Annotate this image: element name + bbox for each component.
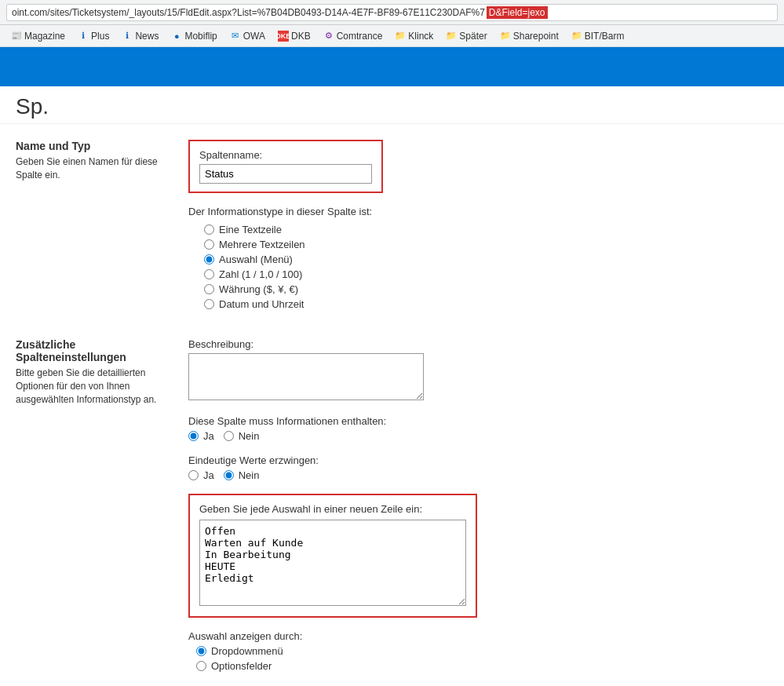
- bookmark-dkb[interactable]: DKB DKB: [273, 29, 315, 43]
- required-ja-radio[interactable]: [188, 431, 199, 441]
- bookmark-comtrance[interactable]: ⚙ Comtrance: [319, 29, 388, 43]
- choices-textarea[interactable]: Offen Warten auf Kunde In Bearbeitung HE…: [199, 520, 466, 606]
- radio-datum-label: Datum und Uhrzeit: [219, 298, 304, 310]
- unique-nein-label: Nein: [239, 469, 260, 481]
- info-type-label: Der Informationstype in dieser Spalte is…: [188, 206, 768, 217]
- radio-item-mehrere-textzeilen[interactable]: Mehrere Textzeilen: [204, 239, 768, 250]
- required-nein-radio[interactable]: [224, 431, 234, 441]
- section1-desc: Geben Sie einen Namen für diese Spalte e…: [16, 155, 173, 182]
- bookmark-owa[interactable]: ✉ OWA: [225, 29, 270, 43]
- required-group: Diese Spalte muss Informationen enthalte…: [188, 415, 768, 442]
- info-type-radio-group: Eine Textzeile Mehrere Textzeilen Auswah…: [188, 224, 768, 310]
- bookmark-news-icon: ℹ: [122, 31, 133, 42]
- bookmark-dkb-label: DKB: [291, 31, 311, 42]
- bookmark-comtrance-icon: ⚙: [323, 31, 334, 42]
- bookmark-sharepoint[interactable]: 📁 Sharepoint: [495, 29, 563, 43]
- bookmark-klinck-label: Klinck: [408, 31, 433, 42]
- bookmark-magazine-icon: 📰: [11, 31, 22, 42]
- column-name-box: Spaltenname:: [188, 140, 383, 193]
- radio-waehrung[interactable]: [204, 284, 214, 294]
- unique-group: Eindeutige Werte erzwingen: Ja Nein: [188, 454, 768, 481]
- radio-zahl[interactable]: [204, 269, 214, 279]
- bookmark-spaeter-label: Später: [459, 31, 487, 42]
- radio-item-eine-textzeile[interactable]: Eine Textzeile: [204, 224, 768, 235]
- section1-title: Name und Typ: [16, 140, 173, 152]
- right-panel: Spaltenname: Der Informationstype in die…: [188, 140, 768, 323]
- unique-nein-radio[interactable]: [224, 470, 234, 480]
- bookmark-owa-icon: ✉: [230, 31, 241, 42]
- unique-label: Eindeutige Werte erzwingen:: [188, 454, 768, 466]
- radio-auswahl-label: Auswahl (Menü): [219, 254, 293, 265]
- radio-auswahl[interactable]: [204, 254, 214, 265]
- section2-desc: Bitte geben Sie die detaillierten Option…: [16, 367, 173, 406]
- bookmark-news-label: News: [135, 31, 159, 42]
- bookmark-plus-icon: ℹ: [78, 31, 89, 42]
- bookmark-plus[interactable]: ℹ Plus: [73, 29, 114, 43]
- bookmark-bar: 📰 Magazine ℹ Plus ℹ News ● Mobiflip ✉ OW…: [0, 25, 784, 47]
- bookmark-bitbarm-label: BIT/Barm: [585, 31, 625, 42]
- bookmark-mobiflip[interactable]: ● Mobiflip: [166, 29, 221, 43]
- column-name-label: Spaltenname:: [199, 149, 372, 161]
- display-dropdown-radio[interactable]: [196, 646, 206, 656]
- radio-item-waehrung[interactable]: Währung ($, ¥, €): [204, 283, 768, 295]
- url-text: oint.com/sites/Ticketsystem/_layouts/15/…: [12, 7, 485, 18]
- required-label: Diese Spalte muss Informationen enthalte…: [188, 415, 768, 427]
- page-title: Sp.: [16, 94, 768, 119]
- display-dropdown[interactable]: Dropdownmenü: [196, 645, 768, 657]
- url-bar[interactable]: oint.com/sites/Ticketsystem/_layouts/15/…: [6, 4, 778, 21]
- page-header: [0, 47, 784, 86]
- bookmark-bitbarm[interactable]: 📁 BIT/Barm: [567, 29, 629, 43]
- unique-ja[interactable]: Ja: [188, 469, 214, 481]
- browser-bar: oint.com/sites/Ticketsystem/_layouts/15/…: [0, 0, 784, 25]
- unique-ja-label: Ja: [203, 469, 214, 481]
- bookmark-owa-label: OWA: [243, 31, 265, 42]
- radio-item-zahl[interactable]: Zahl (1 / 1,0 / 100): [204, 268, 768, 280]
- required-nein-label: Nein: [239, 430, 260, 442]
- bookmark-sharepoint-label: Sharepoint: [513, 31, 559, 42]
- section2-title: Zusätzliche Spalteneinstellungen: [16, 338, 173, 363]
- radio-item-auswahl[interactable]: Auswahl (Menü): [204, 254, 768, 265]
- bookmark-sharepoint-icon: 📁: [500, 31, 511, 42]
- bookmark-mobiflip-icon: ●: [171, 31, 182, 42]
- radio-zahl-label: Zahl (1 / 1,0 / 100): [219, 268, 302, 280]
- bookmark-comtrance-label: Comtrance: [337, 31, 383, 42]
- left-panel-section1: Name und Typ Geben Sie einen Namen für d…: [16, 140, 188, 323]
- display-options-label: Optionsfelder: [211, 660, 272, 672]
- bookmark-mobiflip-label: Mobiflip: [184, 31, 217, 42]
- bookmark-dkb-icon: DKB: [278, 31, 289, 42]
- required-radio-group: Ja Nein: [188, 430, 768, 442]
- display-label: Auswahl anzeigen durch:: [188, 630, 768, 642]
- display-dropdown-label: Dropdownmenü: [211, 645, 283, 657]
- bookmark-magazine[interactable]: 📰 Magazine: [6, 29, 70, 43]
- bookmark-bitbarm-icon: 📁: [571, 31, 582, 42]
- display-options-radio[interactable]: [196, 661, 206, 671]
- required-nein[interactable]: Nein: [224, 430, 260, 442]
- column-name-input[interactable]: [199, 164, 372, 184]
- section2-main: Zusätzliche Spalteneinstellungen Bitte g…: [0, 338, 784, 686]
- page-title-area: Sp.: [0, 86, 784, 124]
- bookmark-klinck-icon: 📁: [395, 31, 406, 42]
- unique-ja-radio[interactable]: [188, 470, 199, 480]
- radio-mehrere-textzeilen-label: Mehrere Textzeilen: [219, 239, 305, 250]
- description-group: Beschreibung:: [188, 338, 768, 403]
- radio-mehrere-textzeilen[interactable]: [204, 239, 214, 250]
- bookmark-spaeter[interactable]: 📁 Später: [441, 29, 491, 43]
- main-content: Name und Typ Geben Sie einen Namen für d…: [0, 124, 784, 338]
- bookmark-news[interactable]: ℹ News: [117, 29, 163, 43]
- unique-nein[interactable]: Nein: [224, 469, 260, 481]
- choices-label: Geben Sie jede Auswahl in einer neuen Ze…: [199, 503, 466, 515]
- display-options[interactable]: Optionsfelder: [196, 660, 768, 672]
- radio-waehrung-label: Währung ($, ¥, €): [219, 283, 298, 295]
- radio-item-datum[interactable]: Datum und Uhrzeit: [204, 298, 768, 310]
- required-ja[interactable]: Ja: [188, 430, 214, 442]
- radio-datum[interactable]: [204, 299, 214, 309]
- radio-eine-textzeile[interactable]: [204, 224, 214, 235]
- display-radio-group: Dropdownmenü Optionsfelder: [188, 645, 768, 672]
- radio-eine-textzeile-label: Eine Textzeile: [219, 224, 282, 235]
- description-textarea[interactable]: [188, 353, 424, 400]
- bookmark-plus-label: Plus: [91, 31, 109, 42]
- unique-radio-group: Ja Nein: [188, 469, 768, 481]
- bookmark-spaeter-icon: 📁: [446, 31, 457, 42]
- bookmark-klinck[interactable]: 📁 Klinck: [390, 29, 438, 43]
- url-highlight: D&Field=jexo: [487, 6, 548, 19]
